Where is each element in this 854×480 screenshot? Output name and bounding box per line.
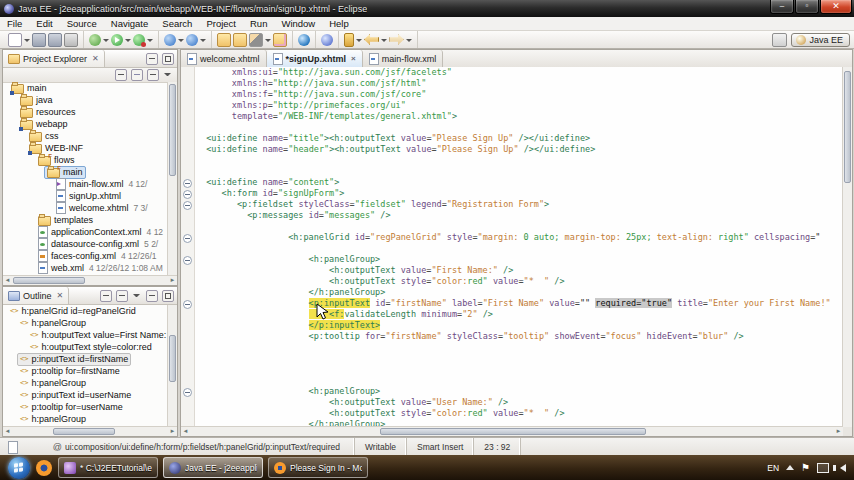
editor-hscrollbar[interactable]: ◄ ► [181,426,843,436]
project-explorer-hscrollbar[interactable]: ◄ ► [3,275,177,285]
outline-item[interactable]: <>p:tooltip for=userName [4,401,167,413]
code-text[interactable]: xmlns:ui="http://java.sun.com/jsf/facele… [196,67,843,427]
java-element-button[interactable] [321,34,333,46]
taskbar-button-snip[interactable]: * C:\J2EETutorial\ecli... [58,457,158,478]
link-with-editor-icon[interactable] [131,69,143,81]
editor-tab-main-flow-xml[interactable]: main-flow.xml [363,50,444,67]
fold-marker-icon[interactable] [183,300,192,309]
save-all-button[interactable] [48,33,62,47]
close-view-icon[interactable]: ✕ [57,291,64,300]
action-center-icon[interactable]: ⚑ [801,463,810,473]
editor-tab-welcome-xhtml[interactable]: welcome.xhtml [181,50,267,67]
scroll-left-icon[interactable]: ◄ [181,427,190,436]
dropdown-caret-icon[interactable] [147,39,153,45]
tree-item-css[interactable]: css [4,130,167,142]
menu-edit[interactable]: Edit [29,18,59,29]
open-perspective-icon[interactable] [772,33,787,47]
scroll-left-icon[interactable]: ◄ [3,427,12,436]
menu-project[interactable]: Project [199,18,243,29]
network-icon[interactable] [817,463,829,473]
editor-vscrollbar[interactable] [842,67,852,427]
open-web-browser-button[interactable] [298,34,310,46]
outline-hscrollbar[interactable]: ◄ ► [3,426,177,436]
filter-icon[interactable] [147,69,159,81]
tree-item-web-xml[interactable]: web.xml4 12/26/12 1:08 AM [4,262,167,274]
language-indicator[interactable]: EN [767,463,779,473]
project-explorer-tree[interactable]: mainjavaresourceswebappcssWEB-INFflowsma… [4,82,167,275]
tree-item-main[interactable]: main [4,82,167,94]
dropdown-caret-icon[interactable] [24,39,30,45]
close-tab-icon[interactable]: × [351,54,356,63]
maximize-view-icon[interactable] [162,290,174,302]
minimize-button[interactable]: – [770,0,794,14]
scroll-left-icon[interactable]: ◄ [3,276,12,285]
fold-marker-icon[interactable] [183,234,192,243]
dropdown-caret-icon[interactable] [406,39,412,45]
collapse-all-icon[interactable] [116,290,128,302]
dropdown-caret-icon[interactable] [200,39,206,45]
close-view-icon[interactable]: ✕ [92,54,99,63]
code-editor[interactable]: xmlns:ui="http://java.sun.com/jsf/facele… [181,67,843,427]
scroll-thumb[interactable] [169,84,176,176]
project-explorer-vscrollbar[interactable] [167,82,177,275]
outline-item[interactable]: <>h:panelGrid id=regPanelGrid [4,305,167,317]
outline-item[interactable]: <>h:outputText style=color:red [4,341,167,353]
tree-item-web-inf[interactable]: WEB-INF [4,142,167,154]
tree-item-main[interactable]: main [4,166,167,178]
fold-marker-icon[interactable] [183,179,192,188]
taskbar-button-firefox[interactable]: Please Sign In - Mozi... [268,457,368,478]
tree-item-webapp[interactable]: webapp [4,118,167,130]
dropdown-caret-icon[interactable] [381,39,387,45]
menu-source[interactable]: Source [60,18,104,29]
firefox-pinned-icon[interactable] [36,460,52,476]
tree-item-templates[interactable]: templates [4,214,167,226]
scroll-right-icon[interactable]: ► [834,427,843,436]
menu-run[interactable]: Run [243,18,274,29]
dropdown-caret-icon[interactable] [178,39,184,45]
save-button[interactable] [32,33,46,47]
import-folder-button[interactable] [233,33,247,47]
dropdown-caret-icon[interactable] [103,39,109,45]
editor-tab--signup-xhtml[interactable]: *signUp.xhtml× [267,50,363,67]
outline-vscrollbar[interactable] [167,305,177,426]
perspective-java-ee-button[interactable]: Java EE [791,33,850,47]
last-edit-location-button[interactable] [344,33,362,47]
outline-item[interactable]: <>h:panelGroup [4,413,167,425]
fold-marker-icon[interactable] [183,190,192,199]
dropdown-caret-icon[interactable] [265,39,271,45]
outline-item[interactable]: <>h:panelGroup [4,317,167,329]
minimize-view-icon[interactable] [146,53,158,65]
outline-tab[interactable]: Outline ✕ [3,287,69,304]
outline-item[interactable]: <>p:inputText id=userName [4,389,167,401]
restore-button[interactable]: ▫ [795,0,819,14]
web-browser-button[interactable] [186,34,206,46]
dropdown-caret-icon[interactable] [356,39,362,45]
start-button[interactable] [8,457,30,479]
taskbar-button-eclipse[interactable]: Java EE - j2eeapplicat... [163,457,263,478]
fold-marker-icon[interactable] [183,388,192,397]
tree-item-signup-xhtml[interactable]: signUp.xhtml [4,190,167,202]
menu-file[interactable]: File [0,18,29,29]
run-external-tools-button[interactable] [133,34,153,46]
volume-icon[interactable] [836,464,846,472]
tree-item-datasource-config-xml[interactable]: datasource-config.xml5 2/ [4,238,167,250]
maximize-view-icon[interactable] [162,53,174,65]
close-button[interactable]: ✕ [820,0,852,14]
print-button[interactable] [64,33,78,47]
annotate-button[interactable] [249,33,271,47]
forward-button[interactable] [389,34,412,45]
collapse-all-icon[interactable] [115,69,127,81]
open-folder-button[interactable] [217,33,231,47]
new-wizard-button[interactable] [8,33,30,47]
sort-icon[interactable] [100,290,112,302]
outline-item[interactable]: <>p:tooltip for=firstName [4,365,167,377]
back-button[interactable] [364,34,387,45]
tree-item-main-flow-xml[interactable]: main-flow.xml4 12/ [4,178,167,190]
tree-item-flows[interactable]: flows [4,154,167,166]
fold-marker-icon[interactable] [183,201,192,210]
menu-help[interactable]: Help [322,18,356,29]
tree-item-faces-config-xml[interactable]: faces-config.xml4 12/26/1 [4,250,167,262]
outline-tree[interactable]: <>h:panelGrid id=regPanelGrid<>h:panelGr… [4,305,167,426]
fold-marker-icon[interactable] [183,256,192,265]
outline-item[interactable]: <>h:panelGroup [4,377,167,389]
